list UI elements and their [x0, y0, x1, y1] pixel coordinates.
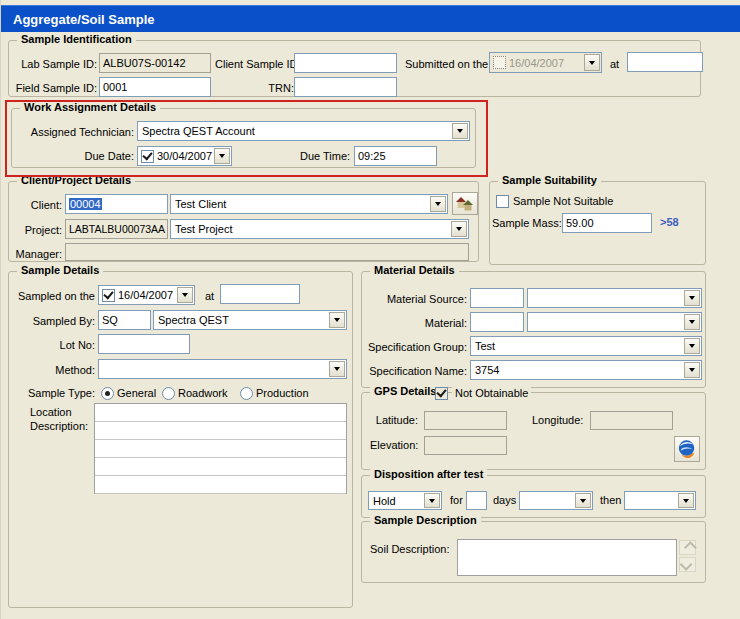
- location-description-label-2: Description:: [30, 420, 88, 433]
- dropdown-arrow-icon[interactable]: [177, 287, 193, 303]
- client-lookup-button[interactable]: [452, 192, 478, 215]
- submitted-date-value: 16/04/2007: [509, 56, 564, 70]
- sample-mass-field[interactable]: 59.00: [562, 213, 652, 233]
- disposition-then-label: then: [600, 494, 621, 507]
- field-sample-id-field[interactable]: 0001: [99, 77, 211, 97]
- submitted-date-checkbox[interactable]: [493, 56, 506, 69]
- sample-details-title: Sample Details: [17, 264, 103, 276]
- assigned-technician-combo[interactable]: Spectra QEST Account: [137, 121, 470, 141]
- specification-group-combo[interactable]: Test: [470, 336, 702, 356]
- dropdown-arrow-icon[interactable]: [684, 338, 700, 354]
- project-name-combo[interactable]: Test Project: [170, 219, 469, 239]
- radio-general-label: General: [117, 387, 156, 400]
- client-sample-id-field[interactable]: [294, 53, 397, 73]
- radio-roadwork[interactable]: [162, 387, 175, 400]
- radio-production-label: Production: [256, 387, 309, 400]
- gps-details-title: GPS Details: [370, 385, 440, 397]
- disposition-days-field[interactable]: [466, 491, 487, 510]
- due-date-picker[interactable]: 30/04/2007: [137, 146, 232, 166]
- lab-sample-id-field: ALBU07S-00142: [99, 53, 211, 73]
- due-time-field[interactable]: 09:25: [354, 146, 437, 166]
- disposition-group: Disposition after test Hold for days the…: [361, 475, 706, 518]
- scroll-down-button[interactable]: [679, 557, 696, 572]
- sampled-date-checkbox[interactable]: [102, 289, 115, 302]
- location-description-field[interactable]: [94, 403, 347, 494]
- trn-field[interactable]: [294, 77, 397, 97]
- sampled-by-code-field[interactable]: SQ: [98, 310, 151, 330]
- dropdown-arrow-icon[interactable]: [329, 361, 345, 377]
- dropdown-arrow-icon[interactable]: [584, 54, 600, 71]
- submitted-date-picker[interactable]: 16/04/2007: [489, 52, 602, 73]
- client-name-combo[interactable]: Test Client: [170, 194, 448, 214]
- project-name-value: Test Project: [175, 222, 232, 236]
- gps-not-obtainable-checkbox[interactable]: [435, 387, 448, 400]
- work-assignment-title: Work Assignment Details: [20, 101, 160, 113]
- manager-label: Manager:: [10, 248, 62, 261]
- method-label: Method:: [32, 364, 95, 377]
- houses-icon: [456, 196, 474, 211]
- globe-icon: [677, 439, 697, 459]
- material-source-code-field[interactable]: [470, 288, 524, 308]
- material-code-field[interactable]: [470, 312, 524, 332]
- method-combo[interactable]: [98, 359, 347, 379]
- sample-details-group: Sample Details Sampled on the 16/04/2007…: [8, 271, 353, 608]
- disposition-action-combo[interactable]: Hold: [368, 491, 442, 510]
- soil-description-label: Soil Description:: [370, 543, 449, 556]
- client-label: Client:: [17, 199, 62, 212]
- dropdown-arrow-icon[interactable]: [684, 362, 700, 378]
- sample-not-suitable-checkbox[interactable]: [496, 195, 509, 208]
- sampled-time-field[interactable]: [220, 284, 300, 304]
- soil-description-field[interactable]: [457, 539, 677, 576]
- dropdown-arrow-icon[interactable]: [452, 123, 468, 139]
- field-sample-id-label: Field Sample ID:: [12, 82, 97, 95]
- elevation-field: [424, 436, 507, 455]
- due-date-checkbox[interactable]: [141, 150, 154, 163]
- scroll-up-icon: [684, 541, 697, 554]
- longitude-label: Longitude:: [532, 414, 582, 427]
- due-time-label: Due Time:: [300, 150, 350, 163]
- specification-name-combo[interactable]: 3754: [470, 360, 702, 380]
- manager-field: [65, 243, 469, 261]
- scroll-up-button[interactable]: [679, 540, 696, 555]
- sampled-date-picker[interactable]: 16/04/2007: [98, 285, 195, 305]
- dropdown-arrow-icon[interactable]: [329, 312, 345, 328]
- work-assignment-group: Work Assignment Details Assigned Technic…: [11, 108, 476, 168]
- disposition-then-combo[interactable]: [624, 491, 696, 510]
- sampled-by-name-value: Spectra QEST: [158, 313, 229, 327]
- sample-mass-label: Sample Mass:: [492, 217, 560, 230]
- radio-general[interactable]: [101, 387, 114, 400]
- client-code-field[interactable]: 00004: [65, 194, 168, 214]
- sample-description-group: Sample Description Soil Description:: [361, 521, 706, 583]
- material-combo[interactable]: [527, 312, 702, 332]
- sample-identification-group: Sample Identification Lab Sample ID: ALB…: [8, 40, 701, 97]
- disposition-days-combo[interactable]: [519, 491, 593, 510]
- gps-map-button[interactable]: [674, 436, 700, 462]
- radio-roadwork-label: Roadwork: [178, 387, 228, 400]
- client-sample-id-label: Client Sample ID:: [215, 58, 294, 71]
- material-source-combo[interactable]: [527, 288, 702, 308]
- sampled-date-value: 16/04/2007: [118, 288, 173, 302]
- latitude-field: [424, 411, 507, 430]
- dropdown-arrow-icon[interactable]: [684, 314, 700, 330]
- sampled-by-combo[interactable]: Spectra QEST: [153, 310, 347, 330]
- sampled-by-label: Sampled By:: [32, 315, 95, 328]
- lab-sample-id-label: Lab Sample ID:: [12, 58, 97, 71]
- longitude-field: [590, 411, 673, 430]
- dropdown-arrow-icon[interactable]: [678, 493, 694, 508]
- disposition-days-label: days: [493, 494, 516, 507]
- assigned-technician-value: Spectra QEST Account: [142, 124, 255, 138]
- radio-production[interactable]: [240, 387, 253, 400]
- specification-name-value: 3754: [475, 363, 499, 377]
- dropdown-arrow-icon[interactable]: [214, 148, 230, 164]
- lot-no-label: Lot No:: [32, 339, 95, 352]
- sample-not-suitable-label: Sample Not Suitable: [513, 195, 613, 208]
- dropdown-arrow-icon[interactable]: [430, 196, 446, 212]
- dropdown-arrow-icon[interactable]: [451, 221, 467, 237]
- dropdown-arrow-icon[interactable]: [424, 493, 440, 508]
- lot-no-field[interactable]: [98, 334, 190, 354]
- dropdown-arrow-icon[interactable]: [684, 290, 700, 306]
- submitted-time-field[interactable]: [627, 52, 703, 72]
- assigned-technician-label: Assigned Technician:: [17, 126, 134, 139]
- material-label: Material:: [367, 317, 467, 330]
- dropdown-arrow-icon[interactable]: [575, 493, 591, 508]
